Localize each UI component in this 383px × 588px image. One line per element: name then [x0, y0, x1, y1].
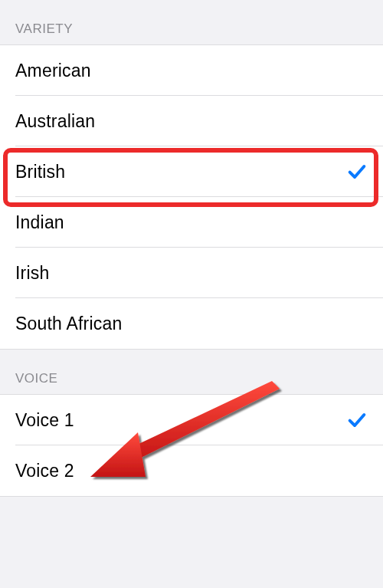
variety-label: South African [15, 314, 122, 334]
section-header-voice: Voice [0, 350, 383, 394]
variety-label: British [15, 162, 65, 182]
checkmark-icon [346, 409, 368, 431]
variety-row-indian[interactable]: Indian [0, 197, 383, 248]
voice-label: Voice 2 [15, 461, 74, 481]
variety-label: Indian [15, 212, 64, 233]
variety-list: American Australian British Indian Irish… [0, 44, 383, 350]
variety-row-british[interactable]: British [0, 146, 383, 197]
checkmark-icon [346, 161, 368, 182]
voice-row-1[interactable]: Voice 1 [0, 395, 383, 445]
voice-row-2[interactable]: Voice 2 [0, 445, 383, 496]
voice-list: Voice 1 Voice 2 [0, 394, 383, 497]
variety-label: American [15, 61, 91, 81]
variety-row-south-african[interactable]: South African [0, 298, 383, 349]
variety-label: Irish [15, 263, 49, 284]
variety-row-american[interactable]: American [0, 45, 383, 96]
variety-label: Australian [15, 111, 95, 132]
section-header-variety: Variety [0, 0, 383, 44]
variety-row-australian[interactable]: Australian [0, 96, 383, 146]
variety-row-irish[interactable]: Irish [0, 248, 383, 298]
voice-label: Voice 1 [15, 410, 74, 431]
